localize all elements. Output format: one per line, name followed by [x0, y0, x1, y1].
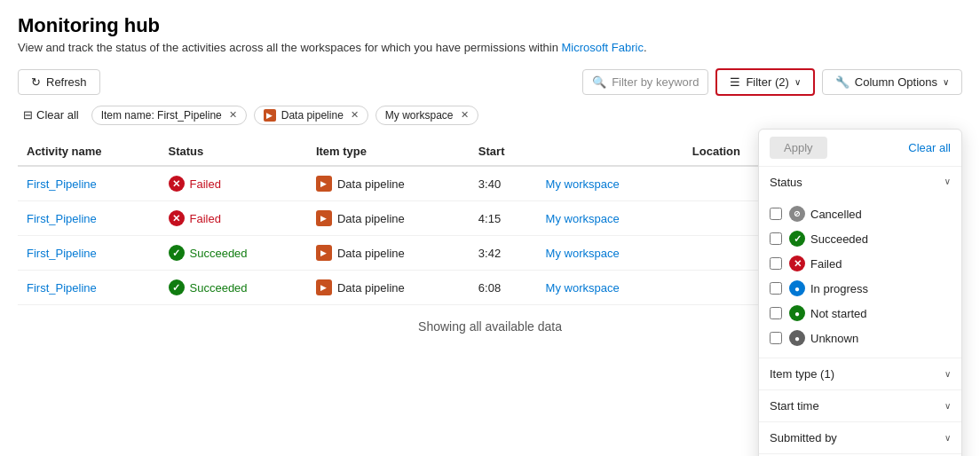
- column-options-chevron-icon: ∨: [943, 77, 949, 87]
- filter-section-start-time: Start time ∨: [759, 390, 961, 422]
- refresh-icon: ↻: [31, 75, 41, 89]
- cancelled-checkbox[interactable]: [770, 208, 782, 220]
- clear-all-filter-button[interactable]: Clear all: [908, 141, 951, 154]
- filter-section-status-label: Status: [770, 176, 802, 189]
- search-placeholder: Filter by keyword: [612, 75, 699, 89]
- apply-button[interactable]: Apply: [770, 137, 827, 159]
- chip-my-workspace-close[interactable]: ✕: [461, 109, 469, 121]
- start-time: 6:08: [470, 271, 537, 305]
- unknown-status-icon: ●: [789, 330, 805, 346]
- filter-option-failed[interactable]: ✕ Failed: [770, 251, 951, 276]
- column-options-button[interactable]: 🔧 Column Options ∨: [822, 69, 962, 95]
- column-options-icon: 🔧: [835, 75, 850, 89]
- chip-item-name: Item name: First_Pipeline ✕: [91, 106, 247, 125]
- failed-checkbox[interactable]: [770, 257, 782, 270]
- start-time-chevron-icon: ∨: [944, 401, 951, 411]
- filter-chevron-icon: ∨: [794, 77, 801, 87]
- notstarted-label: Not started: [810, 307, 867, 320]
- chip-my-workspace: My workspace ✕: [375, 106, 478, 125]
- status-label: Failed: [190, 177, 221, 191]
- status-label: Succeeded: [190, 247, 248, 260]
- chip-data-pipeline: ▶ Data pipeline ✕: [254, 106, 368, 125]
- item-type-cell: ▶ Data pipeline: [316, 279, 461, 295]
- filter-section-submitted-by-header[interactable]: Submitted by ∨: [759, 422, 961, 453]
- col-status: Status: [160, 138, 307, 166]
- search-box: 🔍 Filter by keyword: [582, 69, 708, 95]
- chip-data-pipeline-label: Data pipeline: [281, 109, 344, 122]
- notstarted-checkbox[interactable]: [770, 307, 782, 319]
- item-type-label: Data pipeline: [337, 177, 405, 191]
- status-label: Succeeded: [190, 281, 248, 295]
- filter-option-cancelled[interactable]: ⊘ Cancelled: [770, 201, 951, 226]
- activity-link[interactable]: First_Pipeline: [27, 212, 97, 225]
- cancelled-status-icon: ⊘: [789, 206, 805, 222]
- chip-data-pipeline-close[interactable]: ✕: [351, 109, 359, 121]
- microsoft-fabric-link[interactable]: Microsoft Fabric: [562, 41, 644, 54]
- filter-section-item-type-header[interactable]: Item type (1) ∨: [759, 358, 961, 389]
- item-type-label: Data pipeline: [337, 281, 405, 295]
- clear-all-chips-button[interactable]: ⊟ Clear all: [18, 105, 84, 125]
- filter-section-submitted-by: Submitted by ∨: [759, 422, 961, 454]
- filter-option-notstarted[interactable]: ● Not started: [770, 301, 951, 326]
- item-type-label: Data pipeline: [337, 212, 405, 225]
- filter-option-succeeded[interactable]: ✓ Succeeded: [770, 226, 951, 251]
- item-type-chevron-icon: ∨: [944, 369, 951, 379]
- succeeded-checkbox[interactable]: [770, 232, 782, 245]
- refresh-button[interactable]: ↻ Refresh: [18, 69, 100, 95]
- item-type-cell: ▶ Data pipeline: [316, 210, 461, 226]
- activity-link[interactable]: First_Pipeline: [27, 247, 97, 260]
- inprogress-label: In progress: [810, 282, 868, 295]
- succeeded-label: Succeeded: [810, 232, 868, 246]
- dp-icon: ▶: [316, 245, 332, 261]
- item-type-cell: ▶ Data pipeline: [316, 245, 461, 261]
- failed-icon: ✕: [169, 210, 185, 226]
- chip-item-name-label: Item name: First_Pipeline: [101, 109, 222, 122]
- status-badge-succeeded: ✓ Succeeded: [169, 279, 298, 295]
- inprogress-checkbox[interactable]: [770, 282, 782, 295]
- notstarted-status-icon: ●: [789, 305, 805, 321]
- data-pipeline-chip-icon: ▶: [264, 109, 276, 122]
- activity-link[interactable]: First_Pipeline: [27, 177, 97, 191]
- page-subtitle: View and track the status of the activit…: [18, 41, 962, 54]
- unknown-checkbox[interactable]: [770, 332, 782, 344]
- filter-option-unknown[interactable]: ● Unknown: [770, 326, 951, 350]
- filter-section-item-type: Item type (1) ∨: [759, 358, 961, 390]
- activity-link[interactable]: First_Pipeline: [27, 281, 97, 295]
- filter-button[interactable]: ☰ Filter (2) ∨: [715, 68, 814, 96]
- chip-item-name-close[interactable]: ✕: [229, 109, 237, 121]
- filter-dropdown-header: Apply Clear all: [759, 130, 961, 167]
- start-time: 3:40: [470, 166, 537, 201]
- succeeded-status-icon: ✓: [789, 231, 805, 247]
- filter-section-start-time-header[interactable]: Start time ∨: [759, 390, 961, 421]
- cancelled-label: Cancelled: [810, 208, 862, 221]
- status-badge-succeeded: ✓ Succeeded: [169, 245, 298, 261]
- status-chevron-icon: ∧: [944, 177, 951, 187]
- filter-option-inprogress[interactable]: ● In progress: [770, 276, 951, 301]
- unknown-label: Unknown: [810, 332, 858, 345]
- filter-section-status-header[interactable]: Status ∧: [759, 167, 961, 198]
- col-activity-name: Activity name: [18, 138, 160, 166]
- item-type-cell: ▶ Data pipeline: [316, 176, 461, 192]
- status-label: Failed: [190, 212, 221, 225]
- col-start: Start: [470, 138, 537, 166]
- filter-icon: ☰: [730, 75, 740, 89]
- refresh-label: Refresh: [46, 75, 87, 89]
- column-options-label: Column Options: [855, 75, 937, 89]
- start-time: 3:42: [470, 236, 537, 271]
- succeeded-icon: ✓: [169, 279, 185, 295]
- filter-item-type-label: Item type (1): [770, 367, 834, 381]
- inprogress-status-icon: ●: [789, 280, 805, 296]
- clear-all-label: Clear all: [36, 108, 79, 122]
- page-title: Monitoring hub: [18, 14, 962, 37]
- col-item-type: Item type: [307, 138, 470, 166]
- succeeded-icon: ✓: [169, 245, 185, 261]
- filter-start-time-label: Start time: [770, 399, 819, 413]
- failed-status-icon: ✕: [789, 256, 805, 271]
- start-time: 4:15: [470, 201, 537, 236]
- filter-dropdown: Apply Clear all Status ∧ ⊘ Cancelled: [758, 129, 962, 456]
- status-badge-failed: ✕ Failed: [169, 176, 298, 192]
- clear-icon: ⊟: [23, 108, 33, 122]
- filter-options-status: ⊘ Cancelled ✓ Succeeded: [759, 198, 961, 358]
- status-badge-failed: ✕ Failed: [169, 210, 298, 226]
- dp-icon: ▶: [316, 279, 332, 295]
